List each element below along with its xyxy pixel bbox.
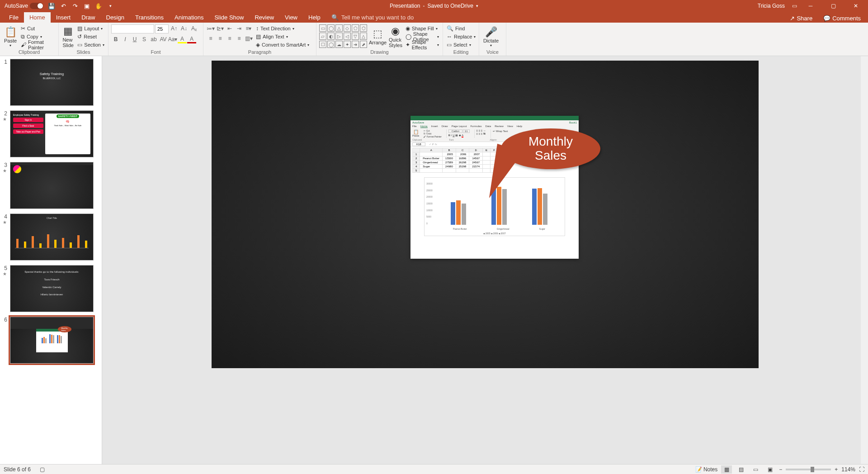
quick-styles-button[interactable]: ◉Quick Styles	[388, 24, 403, 49]
new-slide-button[interactable]: ▦ New Slide	[61, 24, 75, 49]
select-button[interactable]: ▭Select▾	[446, 41, 476, 49]
tab-slideshow[interactable]: Slide Show	[209, 12, 249, 23]
tab-draw[interactable]: Draw	[76, 12, 100, 23]
font-color-button[interactable]: A	[187, 35, 196, 43]
bold-button[interactable]: B	[111, 35, 120, 43]
numbering-button[interactable]: ⊵▾	[216, 24, 225, 33]
tell-me-search[interactable]: 🔍 Tell me what you want to do	[326, 12, 419, 23]
vertical-scrollbar[interactable]	[861, 56, 868, 464]
columns-button[interactable]: ▥▾	[244, 34, 253, 43]
slide-thumb-4[interactable]: 4★ Chart Title	[2, 213, 100, 261]
notes-button[interactable]: 📝 Notes	[695, 466, 718, 473]
ribbon-display-icon[interactable]: ▭	[790, 2, 798, 10]
tab-animations[interactable]: Animations	[169, 12, 209, 23]
section-button[interactable]: ▭Section▾	[76, 41, 105, 49]
pie-shape-icon	[13, 165, 21, 173]
tab-transitions[interactable]: Transitions	[130, 12, 169, 23]
share-button[interactable]: ↗ Share	[786, 14, 816, 23]
dictate-button[interactable]: 🎤Dictate▾	[482, 24, 500, 49]
shape-effects-button[interactable]: ✦Shape Effects▾	[405, 41, 440, 49]
callout-shape[interactable]: Monthly Sales	[501, 128, 600, 169]
font-size-combo[interactable]: 25	[155, 24, 169, 33]
reset-button[interactable]: ↺Reset	[76, 33, 105, 41]
touch-mode-icon[interactable]: ✋	[95, 2, 102, 9]
align-text-button[interactable]: ▤Align Text▾	[255, 33, 310, 41]
align-left-button[interactable]: ≡	[206, 34, 215, 43]
char-spacing-button[interactable]: AV	[159, 35, 168, 43]
slide-thumb-1[interactable]: 1 Safety TrainingBLUEROCK, LLC	[2, 59, 100, 106]
replace-button[interactable]: ↔Replace▾	[446, 33, 476, 41]
tab-design[interactable]: Design	[101, 12, 130, 23]
change-case-button[interactable]: Aa▾	[168, 35, 177, 43]
slide-canvas[interactable]: AutoSave Book1 File Home Insert Draw Pag…	[212, 61, 759, 368]
status-bar: Slide 6 of 6 ▢ 📝 Notes ▦ ▤ ▭ ▣ − + 114% …	[0, 464, 868, 474]
user-name[interactable]: Tricia Goss	[758, 3, 785, 9]
zoom-out-button[interactable]: −	[779, 466, 782, 473]
tab-file[interactable]: File	[4, 12, 24, 23]
align-center-button[interactable]: ≡	[216, 34, 225, 43]
increase-indent-button[interactable]: ⇥	[235, 24, 244, 33]
comments-button[interactable]: 💬 Comments	[820, 14, 864, 23]
maximize-button[interactable]: ▢	[823, 0, 844, 12]
share-label: Share	[797, 15, 812, 22]
justify-button[interactable]: ≡	[235, 34, 244, 43]
spell-check-icon[interactable]: ▢	[40, 466, 45, 473]
zoom-slider[interactable]	[786, 469, 831, 470]
close-button[interactable]: ✕	[845, 0, 866, 12]
autosave-toggle[interactable]: AutoSave	[5, 3, 43, 9]
normal-view-button[interactable]: ▦	[721, 465, 732, 474]
slide-counter[interactable]: Slide 6 of 6	[4, 466, 31, 473]
minimize-button[interactable]: ─	[800, 0, 821, 12]
text-direction-button[interactable]: ↕Text Direction▾	[255, 24, 310, 33]
tab-review[interactable]: Review	[249, 12, 279, 23]
group-drawing: ▭◯△◇⬠⬡ ▱◐▷◁▽△ ☐◯☁✦➜⬈ ⬚Arrange ◉Quick Sty…	[316, 23, 443, 56]
decrease-font-icon[interactable]: A↓	[179, 24, 189, 33]
autosave-pill[interactable]	[30, 3, 43, 9]
tell-me-placeholder: Tell me what you want to do	[341, 14, 414, 21]
increase-font-icon[interactable]: A↑	[170, 24, 179, 33]
underline-button[interactable]: U	[130, 35, 139, 43]
tab-insert[interactable]: Insert	[51, 12, 76, 23]
clear-formatting-icon[interactable]: Aᵪ	[189, 24, 198, 33]
qat-customize-icon[interactable]: ▾	[107, 2, 114, 9]
arrange-button[interactable]: ⬚Arrange	[369, 24, 387, 49]
fit-to-window-button[interactable]: ⛶	[859, 466, 864, 473]
drawing-group-label: Drawing	[319, 49, 440, 56]
cut-button[interactable]: ✂Cut	[20, 24, 56, 33]
shadow-button[interactable]: ab	[149, 35, 158, 43]
align-right-button[interactable]: ≡	[225, 34, 234, 43]
slide-editing-area[interactable]: AutoSave Book1 File Home Insert Draw Pag…	[102, 56, 868, 464]
slideshow-view-button[interactable]: ▣	[764, 465, 775, 474]
paste-button[interactable]: 📋 Paste ▾	[3, 24, 18, 49]
slide-thumb-3[interactable]: 3★	[2, 162, 100, 209]
format-painter-button[interactable]: 🖌Format Painter	[20, 41, 56, 49]
line-spacing-button[interactable]: ≡▾	[244, 24, 253, 33]
redo-icon[interactable]: ↷	[71, 2, 79, 9]
find-button[interactable]: 🔍Find	[446, 24, 476, 33]
bullets-button[interactable]: ≔▾	[206, 24, 215, 33]
slide-thumbnail-panel[interactable]: 1 Safety TrainingBLUEROCK, LLC 2★ Employ…	[0, 56, 102, 464]
smartart-button[interactable]: ◈Convert to SmartArt▾	[255, 41, 310, 49]
highlight-button[interactable]: A	[178, 35, 187, 43]
italic-button[interactable]: I	[121, 35, 130, 43]
reading-view-button[interactable]: ▭	[750, 465, 761, 474]
tab-view[interactable]: View	[279, 12, 303, 23]
strike-button[interactable]: S	[140, 35, 149, 43]
layout-button[interactable]: ▤Layout▾	[76, 24, 105, 33]
slideshow-start-icon[interactable]: ▣	[83, 2, 90, 9]
title-dropdown-icon[interactable]: ▾	[476, 4, 478, 8]
tab-help[interactable]: Help	[303, 12, 326, 23]
slide-thumb-6[interactable]: 6 MonthlySales	[2, 317, 100, 364]
undo-icon[interactable]: ↶	[60, 2, 67, 9]
save-icon[interactable]: 💾	[48, 2, 55, 9]
comments-icon: 💬	[823, 15, 830, 22]
slide-thumb-5[interactable]: 5★ Special thanks go to the following in…	[2, 265, 100, 312]
sorter-view-button[interactable]: ▤	[736, 465, 746, 474]
slide-thumb-2[interactable]: 2★ Employee Safety Training Sign In Find…	[2, 110, 100, 157]
zoom-level[interactable]: 114%	[841, 466, 855, 473]
tab-home[interactable]: Home	[24, 12, 51, 23]
zoom-in-button[interactable]: +	[835, 466, 838, 473]
shapes-gallery[interactable]: ▭◯△◇⬠⬡ ▱◐▷◁▽△ ☐◯☁✦➜⬈	[319, 24, 367, 48]
font-family-combo[interactable]	[111, 24, 154, 33]
decrease-indent-button[interactable]: ⇤	[225, 24, 234, 33]
